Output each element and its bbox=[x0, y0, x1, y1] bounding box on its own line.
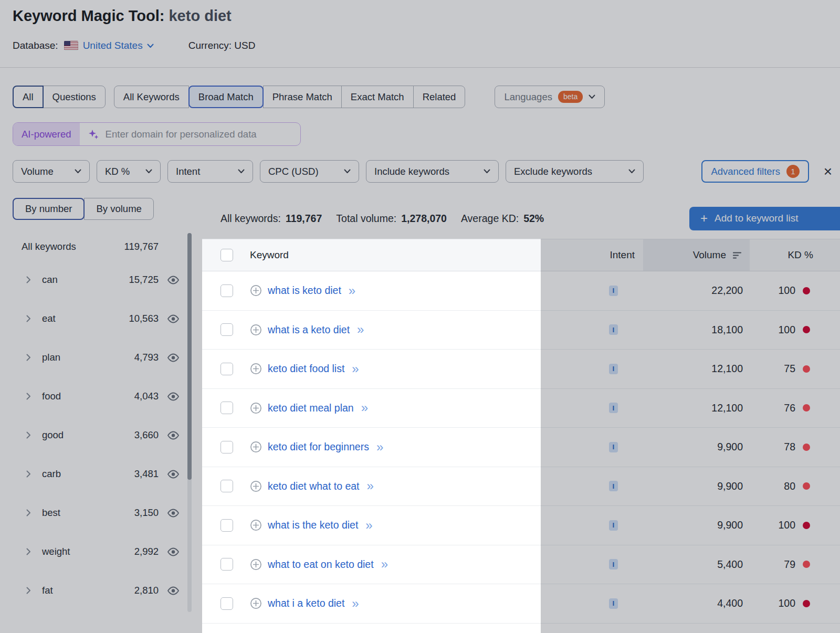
keyword-column-header: Keyword bbox=[247, 239, 541, 271]
match-type-group: All Keywords Broad Match Phrase Match Ex… bbox=[114, 86, 466, 108]
add-keyword-icon[interactable] bbox=[250, 558, 262, 571]
kd-cell: 100 bbox=[750, 584, 840, 623]
expand-chevron-icon[interactable] bbox=[26, 431, 33, 439]
database-selector[interactable]: United States bbox=[83, 40, 143, 51]
sidebar-group-row[interactable]: eat 10,563 bbox=[13, 299, 180, 338]
row-checkbox[interactable] bbox=[220, 480, 233, 492]
sidebar-group-row[interactable]: best 3,150 bbox=[13, 493, 180, 532]
add-to-keyword-list-button[interactable]: + Add to keyword list bbox=[689, 207, 840, 230]
add-keyword-icon[interactable] bbox=[250, 441, 262, 453]
domain-input[interactable]: Enter domain for personalized data bbox=[80, 123, 300, 145]
row-checkbox[interactable] bbox=[220, 402, 233, 414]
eye-icon[interactable] bbox=[167, 509, 180, 518]
expand-chevron-icon[interactable] bbox=[26, 276, 33, 283]
tab-questions[interactable]: Questions bbox=[43, 86, 106, 108]
sidebar-group-row[interactable]: can 15,725 bbox=[13, 260, 180, 299]
eye-icon[interactable] bbox=[167, 392, 180, 401]
row-checkbox[interactable] bbox=[220, 284, 233, 297]
keyword-link[interactable]: what is keto diet bbox=[268, 284, 341, 297]
volume-filter[interactable]: Volume bbox=[13, 160, 90, 183]
by-volume-button[interactable]: By volume bbox=[84, 198, 153, 220]
sidebar-group-row[interactable]: weight 2,992 bbox=[13, 532, 180, 571]
sidebar-group-row[interactable]: fat 2,810 bbox=[13, 571, 180, 610]
intent-cell: I bbox=[541, 350, 643, 388]
add-keyword-icon[interactable] bbox=[250, 519, 262, 531]
tab-all[interactable]: All bbox=[13, 86, 44, 108]
row-checkbox[interactable] bbox=[220, 363, 233, 375]
kd-column-header[interactable]: KD % bbox=[750, 239, 840, 271]
intent-badge: I bbox=[609, 324, 618, 335]
kd-value: 75 bbox=[784, 363, 795, 375]
eye-icon[interactable] bbox=[167, 586, 180, 595]
include-keywords-filter[interactable]: Include keywords bbox=[366, 160, 499, 183]
add-keyword-icon[interactable] bbox=[250, 324, 262, 336]
total-volume-stat: Total volume: 1,278,070 bbox=[336, 213, 447, 225]
select-all-checkbox[interactable] bbox=[220, 249, 233, 261]
sidebar-group-row[interactable]: good 3,660 bbox=[13, 416, 180, 455]
row-checkbox[interactable] bbox=[220, 558, 233, 571]
sort-descending-icon[interactable] bbox=[732, 251, 742, 259]
eye-icon[interactable] bbox=[167, 276, 180, 284]
eye-icon[interactable] bbox=[167, 547, 180, 556]
eye-icon[interactable] bbox=[167, 353, 180, 362]
exclude-keywords-filter[interactable]: Exclude keywords bbox=[506, 160, 644, 183]
search-query: keto diet bbox=[169, 7, 231, 24]
volume-column-header[interactable]: Volume bbox=[643, 239, 750, 271]
tab-exact-match[interactable]: Exact Match bbox=[341, 86, 414, 108]
add-keyword-icon[interactable] bbox=[250, 402, 262, 414]
add-keyword-icon[interactable] bbox=[250, 363, 262, 375]
kd-filter[interactable]: KD % bbox=[97, 160, 161, 183]
filters-row: Volume KD % Intent CPC (USD) Include key… bbox=[13, 160, 840, 183]
chevron-down-icon[interactable] bbox=[147, 44, 154, 48]
row-checkbox[interactable] bbox=[220, 441, 233, 453]
sidebar-scrollbar[interactable] bbox=[187, 233, 192, 612]
keyword-link[interactable]: what is the keto diet bbox=[268, 519, 358, 531]
all-keywords-row[interactable]: All keywords 119,767 bbox=[13, 233, 180, 260]
eye-icon[interactable] bbox=[167, 314, 180, 323]
eye-icon[interactable] bbox=[167, 470, 180, 479]
row-checkbox[interactable] bbox=[220, 323, 233, 336]
keyword-link[interactable]: keto diet meal plan bbox=[268, 402, 354, 414]
keyword-link[interactable]: keto diet food list bbox=[268, 363, 344, 375]
eye-icon[interactable] bbox=[167, 431, 180, 440]
intent-filter[interactable]: Intent bbox=[167, 160, 253, 183]
tab-all-keywords[interactable]: All Keywords bbox=[114, 86, 189, 108]
keyword-link[interactable]: what is a keto diet bbox=[268, 324, 350, 336]
expand-chevron-icon[interactable] bbox=[26, 548, 33, 555]
expand-chevron-icon[interactable] bbox=[26, 509, 33, 516]
sidebar-group-row[interactable]: plan 4,793 bbox=[13, 338, 180, 377]
intent-cell: I bbox=[541, 271, 643, 310]
intent-cell: I bbox=[541, 545, 643, 584]
tab-related[interactable]: Related bbox=[413, 86, 466, 108]
double-chevron-icon: » bbox=[361, 402, 368, 414]
cpc-filter[interactable]: CPC (USD) bbox=[260, 160, 359, 183]
keyword-link[interactable]: keto diet what to eat bbox=[268, 480, 360, 492]
add-keyword-icon[interactable] bbox=[250, 480, 262, 492]
sidebar-group-row[interactable]: carb 3,481 bbox=[13, 455, 180, 493]
expand-chevron-icon[interactable] bbox=[26, 393, 33, 400]
clear-filters-icon[interactable]: × bbox=[816, 160, 840, 183]
group-count: 2,992 bbox=[134, 546, 159, 557]
advanced-filters-button[interactable]: Advanced filters 1 bbox=[701, 160, 809, 183]
double-chevron-icon: » bbox=[357, 323, 364, 336]
expand-chevron-icon[interactable] bbox=[26, 354, 33, 361]
expand-chevron-icon[interactable] bbox=[26, 470, 33, 478]
languages-dropdown[interactable]: Languages beta bbox=[495, 86, 605, 108]
expand-chevron-icon[interactable] bbox=[26, 587, 33, 594]
tab-broad-match[interactable]: Broad Match bbox=[188, 86, 264, 108]
row-checkbox[interactable] bbox=[220, 519, 233, 532]
add-keyword-icon[interactable] bbox=[250, 284, 262, 297]
sidebar-scrollbar-thumb[interactable] bbox=[187, 233, 192, 480]
volume-cell: 9,900 bbox=[643, 467, 750, 506]
expand-chevron-icon[interactable] bbox=[26, 315, 33, 322]
tab-phrase-match[interactable]: Phrase Match bbox=[263, 86, 342, 108]
keyword-link[interactable]: keto diet for beginners bbox=[268, 441, 369, 453]
keyword-link[interactable]: what to eat on keto diet bbox=[268, 558, 374, 571]
keyword-link[interactable]: what i a keto diet bbox=[268, 597, 344, 609]
row-checkbox[interactable] bbox=[220, 597, 233, 610]
intent-column-header: Intent bbox=[541, 239, 643, 271]
keyword-cell: what is the keto diet » bbox=[247, 506, 541, 545]
sidebar-group-row[interactable]: food 4,043 bbox=[13, 377, 180, 416]
add-keyword-icon[interactable] bbox=[250, 597, 262, 609]
by-number-button[interactable]: By number bbox=[13, 198, 85, 220]
